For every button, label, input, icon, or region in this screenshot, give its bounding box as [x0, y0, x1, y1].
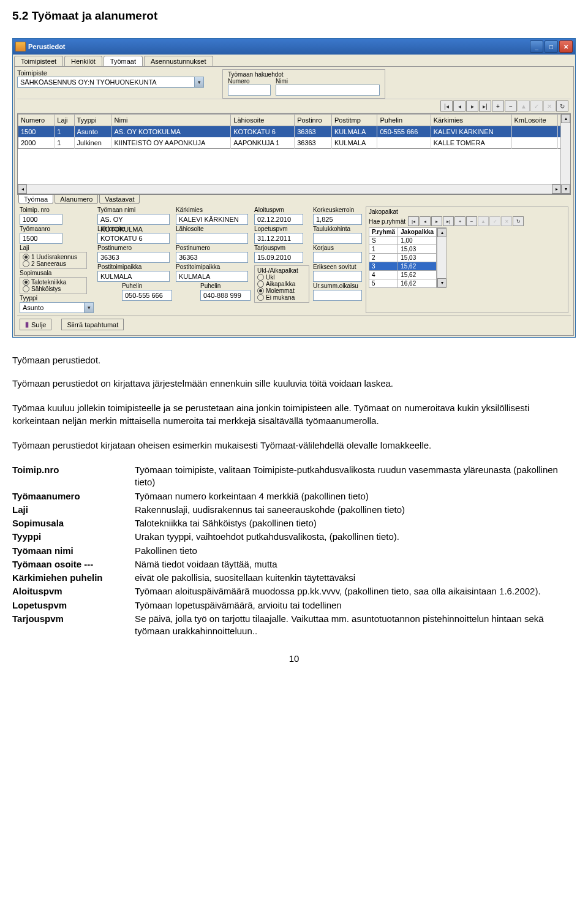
col-nimi[interactable]: Nimi [111, 115, 231, 126]
lopetuspvm-input[interactable]: 31.12.2011 [254, 233, 303, 244]
nav-first-icon[interactable]: |◂ [440, 100, 453, 112]
table-row[interactable]: 215,03 [369, 254, 437, 262]
tab-asennustunnukset[interactable]: Asennustunnukset [144, 56, 213, 66]
table-row[interactable]: 20001JulkinenKIINTEISTÖ OY AAPONKUJAAAPO… [18, 137, 570, 149]
tarjouspvm-input[interactable]: 15.09.2010 [254, 252, 303, 263]
tyyppi-dropdown[interactable]: Asunto [20, 302, 85, 313]
jakopalkat-table[interactable]: P.ryhmä Jakopalkka S1,00115,03215,03315,… [369, 227, 437, 288]
grid-vscroll[interactable]: ▴ ▾ [560, 114, 570, 194]
btab-alanumero[interactable]: Alanumero [55, 195, 98, 204]
col-tyyppi[interactable]: Tyyppi [74, 115, 111, 126]
jnav-del-icon[interactable]: − [466, 216, 477, 226]
km-postinumero-input[interactable]: 36363 [176, 252, 248, 263]
table-row[interactable]: 15001AsuntoAS. OY KOTOKULMAKOTOKATU 6363… [18, 126, 570, 138]
nav-next-icon[interactable]: ▸ [466, 100, 478, 112]
table-row[interactable]: 516,62 [369, 279, 437, 288]
ursum-input[interactable] [313, 290, 362, 301]
scroll-down-icon[interactable]: ▾ [561, 184, 570, 194]
definition-term: Lopetuspvm [12, 599, 135, 612]
tab-toimipisteet[interactable]: Toimipisteet [14, 56, 63, 66]
tyomaanro-input[interactable]: 1500 [20, 233, 62, 244]
jnav-edit-icon[interactable]: ▲ [478, 216, 489, 226]
lahiosoite-input[interactable]: KOTOKATU 6 [97, 233, 170, 244]
btab-vastaavat[interactable]: Vastaavat [99, 195, 140, 204]
postitoimipaikka-input[interactable]: KULMALA [97, 271, 170, 282]
puhelin-input[interactable]: 050-555 666 [122, 290, 172, 301]
col-karkimies[interactable]: Kärkimies [431, 115, 511, 126]
jako-vscroll[interactable]: ▴ ▾ [437, 227, 447, 288]
definition-term: Työmaan nimi [12, 545, 135, 557]
korkeuskerroin-input[interactable]: 1,825 [313, 214, 362, 225]
table-row[interactable]: S1,00 [369, 237, 437, 245]
radio-molemmat[interactable]: Molemmat [257, 287, 306, 294]
dropdown-arrow-icon[interactable]: ▾ [85, 302, 94, 313]
table-row[interactable]: 115,03 [369, 245, 437, 254]
korjaus-input[interactable] [313, 252, 362, 263]
radio-ukl[interactable]: Ukl [257, 274, 306, 281]
nav-add-icon[interactable]: + [492, 100, 504, 112]
jnav-prev-icon[interactable]: ◂ [420, 216, 431, 226]
col-kmlosoite[interactable]: KmLosoite [511, 115, 557, 126]
col-puhelin[interactable]: Puhelin [377, 115, 431, 126]
nav-delete-icon[interactable]: − [505, 100, 517, 112]
sulje-button[interactable]: ▮ Sulje [20, 319, 51, 330]
maximize-button[interactable]: □ [545, 40, 558, 53]
karkimies-input[interactable]: KALEVI KÄRKINEN [176, 214, 248, 225]
grid-hscroll[interactable]: ◂ ▸ [18, 184, 561, 194]
jnav-refresh-icon[interactable]: ↻ [513, 216, 524, 226]
scroll-right-icon[interactable]: ▸ [552, 184, 561, 194]
col-postitmp[interactable]: Postitmp [332, 115, 377, 126]
erikseen-input[interactable] [313, 271, 362, 282]
jscroll-up-icon[interactable]: ▴ [437, 228, 447, 237]
scroll-left-icon[interactable]: ◂ [18, 184, 27, 194]
scroll-up-icon[interactable]: ▴ [561, 114, 570, 123]
jnav-cancel-icon[interactable]: ✕ [501, 216, 512, 226]
jnav-add-icon[interactable]: + [454, 216, 466, 226]
toimipiste-dropdown[interactable]: SÄHKÖASENNUS OY:N TYÖHUONEKUNTA [17, 77, 195, 88]
jcol-ryhma[interactable]: P.ryhmä [369, 228, 398, 237]
definition-term: Sopimusala [12, 517, 135, 529]
aloituspvm-input[interactable]: 02.12.2010 [254, 214, 303, 225]
col-laji[interactable]: Laji [55, 115, 74, 126]
jcol-jakopalkka[interactable]: Jakopalkka [398, 228, 437, 237]
radio-eimukana[interactable]: Ei mukana [257, 294, 306, 301]
jnav-last-icon[interactable]: ▸| [443, 216, 454, 226]
table-row[interactable]: 415,62 [369, 271, 437, 279]
tyomaat-grid[interactable]: Numero Laji Tyyppi Nimi Lähiosoite Posti… [18, 114, 570, 149]
postinumero-input[interactable]: 36363 [97, 252, 170, 263]
jnav-first-icon[interactable]: |◂ [408, 216, 419, 226]
minimize-button[interactable]: _ [530, 40, 543, 53]
nav-prev-icon[interactable]: ◂ [453, 100, 466, 112]
radio-talotekniikka[interactable]: Talotekniikka [23, 279, 84, 286]
haku-nimi-input[interactable] [276, 85, 380, 96]
km-postitoimipaikka-input[interactable]: KULMALA [176, 271, 248, 282]
km-lahiosoite-input[interactable] [176, 233, 248, 244]
toimipnro-input[interactable]: 1000 [20, 214, 62, 225]
km-puhelin-input[interactable]: 040-888 999 [200, 290, 251, 301]
radio-sahkoistys[interactable]: Sähköistys [23, 286, 84, 292]
btab-tyomaa[interactable]: Työmaa [18, 195, 53, 204]
col-lahiosoite[interactable]: Lähiosoite [231, 115, 295, 126]
tab-henkilot[interactable]: Henkilöt [64, 56, 102, 66]
nav-check-icon[interactable]: ✓ [530, 100, 543, 112]
nav-refresh-icon[interactable]: ↻ [556, 100, 568, 112]
table-row[interactable]: 315,62 [369, 262, 437, 271]
jscroll-down-icon[interactable]: ▾ [437, 278, 447, 287]
tab-tyomaat[interactable]: Työmaat [104, 56, 143, 66]
close-button[interactable]: ✕ [559, 40, 573, 53]
dropdown-arrow-icon[interactable]: ▾ [195, 77, 204, 88]
radio-saneeraus[interactable]: 2 Saneeraus [23, 260, 84, 267]
radio-aikapalkka[interactable]: Aikapalkka [257, 281, 306, 287]
jnav-ok-icon[interactable]: ✓ [489, 216, 500, 226]
radio-uudisrakennus[interactable]: 1 Uudisrakennus [23, 254, 84, 260]
jnav-next-icon[interactable]: ▸ [431, 216, 442, 226]
tyomaanimi-input[interactable]: AS. OY KOTOKULMA [97, 214, 170, 225]
siirra-button[interactable]: Siirrä tapahtumat [61, 319, 124, 330]
col-numero[interactable]: Numero [18, 115, 55, 126]
haku-numero-input[interactable] [228, 85, 271, 96]
nav-cancel-icon[interactable]: ✕ [543, 100, 556, 112]
nav-edit-icon[interactable]: ▲ [518, 100, 530, 112]
nav-last-icon[interactable]: ▸| [479, 100, 491, 112]
col-postinro[interactable]: Postinro [295, 115, 332, 126]
taulukkohinta-input[interactable] [313, 233, 362, 244]
